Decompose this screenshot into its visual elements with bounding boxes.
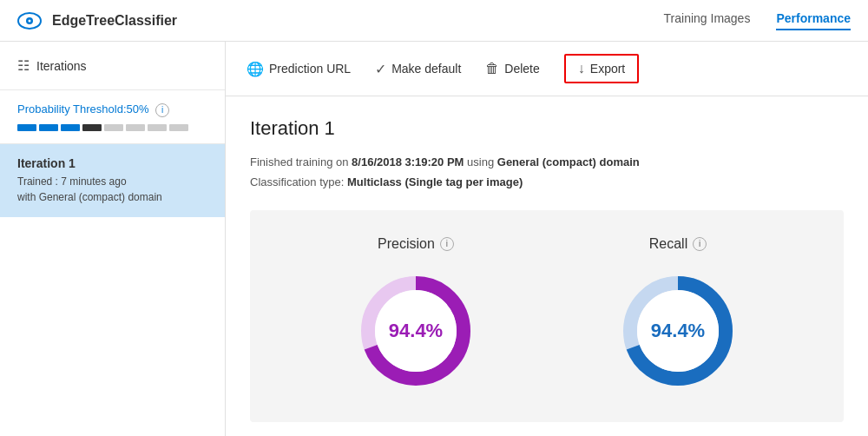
nav-links: Training Images Performance <box>664 11 851 30</box>
recall-donut: 94.4% <box>613 266 743 396</box>
precision-title: Precision i <box>378 236 454 252</box>
layout: ☷ Iterations Probability Threshold:50% i… <box>0 42 868 436</box>
make-default-button[interactable]: ✓ Make default <box>375 61 461 77</box>
nav-performance[interactable]: Performance <box>776 11 851 30</box>
probability-slider[interactable] <box>17 124 207 131</box>
globe-icon: 🌐 <box>247 61 264 77</box>
sidebar: ☷ Iterations Probability Threshold:50% i… <box>0 42 226 436</box>
iteration-trained-line2: with General (compact) domain <box>17 189 207 205</box>
recall-title: Recall i <box>649 236 707 252</box>
eye-icon <box>17 9 42 33</box>
probability-label: Probability Threshold:50% i <box>17 102 207 117</box>
performance-area: Iteration 1 Finished training on 8/16/20… <box>226 96 868 436</box>
precision-chart: Precision i 94.4% <box>351 236 481 396</box>
check-icon: ✓ <box>375 61 386 77</box>
recall-value: 94.4% <box>651 320 705 342</box>
svg-point-2 <box>29 19 31 22</box>
top-nav: EdgeTreeClassifier Training Images Perfo… <box>0 0 868 42</box>
iteration-name: Iteration 1 <box>17 156 207 170</box>
recall-chart: Recall i 94.4% <box>613 236 743 396</box>
trash-icon: 🗑 <box>485 61 499 76</box>
sidebar-header: ☷ Iterations <box>0 42 225 90</box>
main-content: 🌐 Prediction URL ✓ Make default 🗑 Delete… <box>226 42 868 436</box>
probability-info-icon[interactable]: i <box>155 103 169 117</box>
export-button[interactable]: ↓ Export <box>564 54 639 83</box>
nav-training-images[interactable]: Training Images <box>664 11 751 30</box>
precision-info-icon[interactable]: i <box>440 237 454 251</box>
delete-button[interactable]: 🗑 Delete <box>485 61 539 76</box>
precision-donut: 94.4% <box>351 266 481 396</box>
precision-value: 94.4% <box>389 320 443 342</box>
toolbar: 🌐 Prediction URL ✓ Make default 🗑 Delete… <box>226 42 868 96</box>
iteration-item[interactable]: Iteration 1 Trained : 7 minutes ago with… <box>0 144 225 217</box>
iteration-title: Iteration 1 <box>250 117 844 140</box>
export-icon: ↓ <box>578 61 585 76</box>
iterations-icon: ☷ <box>17 57 30 74</box>
probability-section: Probability Threshold:50% i <box>0 90 225 144</box>
recall-info-icon[interactable]: i <box>693 237 707 251</box>
prediction-url-button[interactable]: 🌐 Prediction URL <box>247 61 351 77</box>
app-title: EdgeTreeClassifier <box>52 13 664 29</box>
training-info: Finished training on 8/16/2018 3:19:20 P… <box>250 152 844 193</box>
sidebar-title: Iterations <box>36 59 87 73</box>
iteration-trained-line1: Trained : 7 minutes ago <box>17 174 207 189</box>
charts-area: Precision i 94.4% <box>250 210 844 422</box>
